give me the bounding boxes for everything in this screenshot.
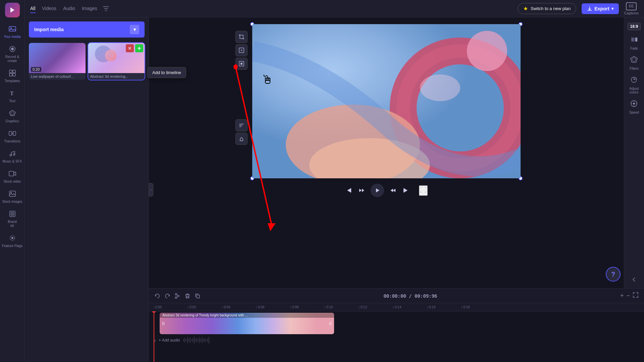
svg-rect-26 [240,63,243,65]
overlay-btn-1[interactable] [235,119,248,131]
svg-marker-37 [632,58,636,61]
zoom-fit-button[interactable] [633,292,639,300]
sidebar-item-graphics[interactable]: Graphics [1,106,24,126]
captions-button[interactable]: CC Captions [624,2,639,15]
svg-rect-8 [13,73,15,76]
help-button[interactable]: ? [606,267,621,282]
tab-all[interactable]: All [30,4,36,13]
add-audio-button[interactable]: + Add audio [159,338,180,343]
media-duration-1: 0:20 [31,67,41,72]
speed-icon [630,100,638,109]
fullscreen-button[interactable] [419,185,428,196]
media-label-1: Live wallpaper of colourf... [29,73,86,80]
video-preview [252,24,521,178]
captions-label: Captions [624,11,639,15]
time-display-text: 00:00:00 / 00:09:96 [383,293,437,299]
overlay-btn-2[interactable] [235,133,248,145]
svg-rect-17 [9,191,15,196]
clip-pause-left: ⏸ [161,321,166,326]
speed-panel-item[interactable]: Speed [629,100,639,114]
skip-start-button[interactable] [345,187,353,194]
media-item-1[interactable]: 0:20 Live wallpaper of colourf... [29,43,86,80]
crop-btn[interactable] [235,31,248,43]
ruler-0:18: 0:18 [462,305,496,309]
export-chevron-icon: ▾ [611,6,613,11]
add-timeline-tooltip: Add to timeline [147,67,186,78]
sidebar-item-record-create[interactable]: Record &create [1,42,24,66]
topbar: All Videos Audio Images ★ Switch to a ne… [25,0,644,17]
content-row: Import media ▾ 0:20 Live wallpaper of co… [25,17,644,362]
timeline-zoom: + − [620,292,639,300]
brand-icon [8,209,17,219]
filters-panel-item[interactable]: Filters [630,56,639,70]
fade-panel-item[interactable]: Fade [630,36,638,50]
filter-icon[interactable] [103,5,111,13]
ruler-0:00: 0:00 [154,305,188,309]
import-media-button[interactable]: Import media ▾ [29,21,145,38]
record-create-icon [8,44,17,54]
text-icon: T [8,88,17,98]
import-media-label: Import media [34,27,64,32]
ruler-0:10: 0:10 [325,305,359,309]
media-delete-2-button[interactable]: ✕ [126,44,134,52]
switch-plan-button[interactable]: ★ Switch to a new plan [518,3,576,14]
rewind-button[interactable] [358,187,365,194]
feature-flags-icon [8,233,17,243]
redo-button[interactable] [164,293,170,299]
svg-point-4 [11,48,14,50]
forward-button[interactable] [389,187,397,194]
video-clip[interactable]: Abstract 3d rendering of Trendy bright b… [160,313,334,334]
adjust-colors-icon [630,76,638,85]
tab-images[interactable]: Images [82,4,97,13]
undo-button[interactable] [154,293,160,299]
record-create-label: Record &create [5,55,19,63]
collapse-panel-button[interactable]: ‹ [149,183,153,196]
export-button[interactable]: Export ▾ [582,3,619,14]
resize-btn[interactable] [235,44,248,56]
sidebar-item-your-media[interactable]: Your media [1,21,24,42]
svg-rect-5 [9,70,12,73]
brand-label: Brandkit [8,220,17,228]
right-panel: 16:9 [624,17,644,288]
sidebar-item-text[interactable]: T Text [1,86,24,106]
svg-point-22 [11,237,13,239]
timeline-toolbar: 00:00:00 / 00:09:96 + − [149,289,644,303]
sidebar-item-feature-flags[interactable]: Feature Flags [1,231,24,251]
aspect-ratio-selector[interactable]: 16:9 [628,23,640,30]
delete-button[interactable] [184,293,191,299]
add-audio-label: + Add audio [159,338,180,343]
music-sfx-label: Music & SFX [3,160,22,164]
sidebar-item-stock-video[interactable]: Stock video [1,166,24,186]
sidebar-item-stock-images[interactable]: Stock images [1,186,24,206]
sidebar-item-templates[interactable]: Templates [1,66,24,86]
svg-rect-7 [9,73,12,76]
svg-rect-1 [9,26,16,31]
timeline-playhead[interactable] [154,311,154,362]
transitions-label: Transitions [4,139,20,143]
media-item-2[interactable]: ✕ + Abstract 3d rendering... [88,43,145,80]
sidebar: Your media Record &create Templates T [0,0,25,362]
media-add-2-button[interactable]: + [135,44,143,52]
cut-button[interactable] [174,293,180,299]
zoom-out-button[interactable]: − [626,292,630,299]
ruler-0:02: 0:02 [188,305,222,309]
zoom-in-button[interactable]: + [620,292,624,299]
stock-video-icon [8,169,17,178]
sidebar-item-brand-kit[interactable]: Brandkit [1,206,24,231]
export-label: Export [594,6,609,11]
playback-controls [345,184,428,197]
adjust-colors-panel-item[interactable]: Adjustcolors [630,76,639,94]
tab-audio[interactable]: Audio [63,4,75,13]
sidebar-item-music-sfx[interactable]: Music & SFX [1,146,24,166]
svg-rect-35 [635,38,637,42]
play-pause-button[interactable] [371,184,384,197]
position-btn[interactable] [235,58,248,70]
sidebar-item-transitions[interactable]: Transitions [1,126,24,146]
skip-end-button[interactable] [402,187,410,194]
tab-videos[interactable]: Videos [42,4,57,13]
app-logo[interactable] [5,3,20,17]
timeline-time-display: 00:00:00 / 00:09:96 [205,293,616,299]
right-collapse-button[interactable] [632,276,637,283]
text-label: Text [9,99,15,103]
duplicate-button[interactable] [195,293,201,299]
